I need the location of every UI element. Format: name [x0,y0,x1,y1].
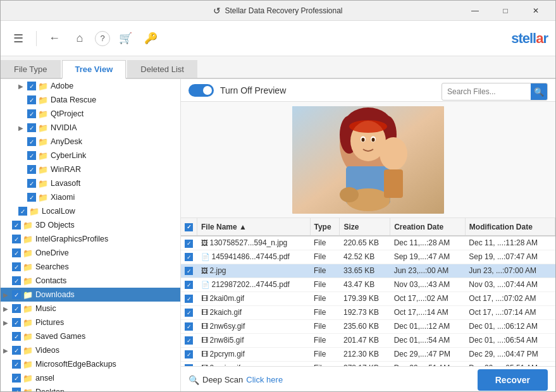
row-checkbox-cell[interactable]: ✓ [181,250,197,264]
tree-item[interactable]: ✓📁ansel [1,371,180,385]
tree-item[interactable]: ▶✓📁Downloads [1,288,180,302]
tree-checkbox[interactable]: ✓ [12,248,21,257]
tree-item[interactable]: ▶✓📁Pictures [1,315,180,329]
close-button[interactable]: ✕ [521,1,550,21]
tree-checkbox[interactable]: ✓ [12,276,21,285]
tree-item[interactable]: ✓📁WinRAR [1,162,180,176]
tree-item[interactable]: ✓📁AnyDesk [1,135,180,149]
col-created[interactable]: Creation Date [390,218,466,236]
tree-checkbox[interactable]: ✓ [12,346,21,355]
tree-checkbox[interactable]: ✓ [12,304,21,313]
tree-checkbox[interactable]: ✓ [12,360,21,369]
menu-icon[interactable]: ☰ [8,28,28,49]
tree-checkbox[interactable]: ✓ [12,262,21,271]
row-checkbox-cell[interactable]: ✓ [181,305,197,319]
tab-tree-view[interactable]: Tree View [62,60,127,79]
table-row[interactable]: ✓ 🖼2.jpg File 33.65 KB Jun 23,...:00 AM … [181,264,555,278]
row-checkbox[interactable]: ✓ [185,309,193,317]
tree-checkbox[interactable]: ✓ [27,109,36,118]
tree-checkbox[interactable]: ✓ [27,165,36,174]
table-row[interactable]: ✓ 🎞2nw6sy.gif File 235.60 KB Dec 01,...:… [181,319,555,333]
row-checkbox-cell[interactable]: ✓ [181,319,197,333]
back-icon[interactable]: ← [44,28,65,49]
tree-checkbox[interactable]: ✓ [27,95,36,104]
tree-checkbox[interactable]: ✓ [12,221,21,230]
row-checkbox-cell[interactable]: ✓ [181,333,197,347]
home-icon[interactable]: ⌂ [70,28,90,49]
tree-item[interactable]: ✓📁QtProject [1,107,180,121]
row-checkbox-cell[interactable]: ✓ [181,278,197,291]
row-checkbox-cell[interactable]: ✓ [181,264,197,278]
table-row[interactable]: ✓ 🎞2nw8i5.gif File 201.47 KB Dec 01,...:… [181,333,555,347]
preview-toggle[interactable] [188,84,214,97]
tree-item[interactable]: ✓📁Xiaomi [1,190,180,204]
row-checkbox[interactable]: ✓ [185,281,193,289]
col-filename[interactable]: File Name ▲ [197,218,311,236]
tree-checkbox[interactable]: ✓ [27,123,36,132]
tree-checkbox[interactable]: ✓ [27,137,36,146]
tree-checkbox[interactable]: ✓ [12,290,21,299]
table-row[interactable]: ✓ 📄212987202...47445.pdf File 43.47 KB N… [181,278,555,291]
tree-item[interactable]: ▶✓📁NVIDIA [1,121,180,135]
tree-item[interactable]: ✓📁3D Objects [1,218,180,232]
tree-checkbox[interactable]: ✓ [27,151,36,160]
recover-button[interactable]: Recover [478,369,548,391]
table-row[interactable]: ✓ 🎞2pcrym.gif File 212.30 KB Dec 29,...:… [181,347,555,361]
tree-item[interactable]: ✓📁Searches [1,260,180,274]
row-checkbox-cell[interactable]: ✓ [181,361,197,366]
row-checkbox[interactable]: ✓ [185,336,193,345]
row-checkbox[interactable]: ✓ [185,322,193,331]
row-checkbox[interactable]: ✓ [185,295,193,303]
key-icon[interactable]: 🔑 [140,28,161,49]
tree-item[interactable]: ▶✓📁Adobe [1,79,180,93]
select-all-checkbox[interactable]: ✓ [185,223,193,231]
cart-icon[interactable]: 🛒 [115,28,135,49]
tree-checkbox[interactable]: ✓ [12,388,21,392]
tree-item[interactable]: ▶✓📁Videos [1,343,180,357]
row-checkbox-cell[interactable]: ✓ [181,291,197,305]
table-row[interactable]: ✓ 📄145941486...47445.pdf File 42.52 KB S… [181,250,555,264]
row-checkbox-cell[interactable]: ✓ [181,347,197,361]
row-checkbox[interactable]: ✓ [185,267,193,275]
tree-item[interactable]: ✓📁Saved Games [1,329,180,343]
tree-checkbox[interactable]: ✓ [27,82,36,90]
tree-item[interactable]: ✓📁Data Rescue [1,93,180,107]
search-button[interactable]: 🔍 [531,83,547,100]
row-checkbox[interactable]: ✓ [185,350,193,358]
table-row[interactable]: ✓ 🎞2kaich.gif File 192.73 KB Oct 17,...:… [181,305,555,319]
table-row[interactable]: ✓ 🖼130758527...594_n.jpg File 220.65 KB … [181,236,555,250]
tree-checkbox[interactable]: ✓ [27,193,36,202]
tree-item[interactable]: ▶✓📁Music [1,302,180,315]
table-row[interactable]: ✓ 🎞2pyrja.gif File 278.17 KB Dec 29,...:… [181,361,555,366]
row-checkbox[interactable]: ✓ [185,253,193,261]
row-checkbox[interactable]: ✓ [185,240,193,248]
tree-item[interactable]: ✓📁IntelGraphicsProfiles [1,232,180,246]
tree-item[interactable]: ✓📁LocalLow [1,204,180,218]
row-size: 42.52 KB [340,250,390,264]
tree-item[interactable]: ✓📁MicrosoftEdgeBackups [1,357,180,371]
tree-checkbox[interactable]: ✓ [12,235,21,243]
table-row[interactable]: ✓ 🎞2kai0m.gif File 179.39 KB Oct 17,...:… [181,291,555,305]
tree-item[interactable]: ✓📁Contacts [1,274,180,288]
tree-checkbox[interactable]: ✓ [12,332,21,341]
col-modified[interactable]: Modification Date [465,218,555,236]
search-input[interactable] [442,85,531,98]
tree-item[interactable]: ✓📁CyberLink [1,149,180,162]
col-type[interactable]: Type [310,218,340,236]
help-icon[interactable]: ? [95,31,110,46]
app-title: Stellar Data Recovery Professional [225,6,342,15]
minimize-button[interactable]: — [460,1,490,21]
click-here-link[interactable]: Click here [246,375,283,384]
tree-checkbox[interactable]: ✓ [27,179,36,188]
tree-item[interactable]: ✓📁Lavasoft [1,176,180,190]
maximize-button[interactable]: □ [491,1,520,21]
row-checkbox-cell[interactable]: ✓ [181,236,197,250]
tree-checkbox[interactable]: ✓ [18,207,27,216]
tab-deleted-list[interactable]: Deleted List [127,60,197,78]
col-size[interactable]: Size [340,218,390,236]
tree-checkbox[interactable]: ✓ [12,318,21,327]
tab-file-type[interactable]: File Type [1,60,61,78]
tree-checkbox[interactable]: ✓ [12,374,21,383]
tree-item[interactable]: ✓📁Desktop [1,385,180,392]
tree-item[interactable]: ✓📁OneDrive [1,246,180,260]
